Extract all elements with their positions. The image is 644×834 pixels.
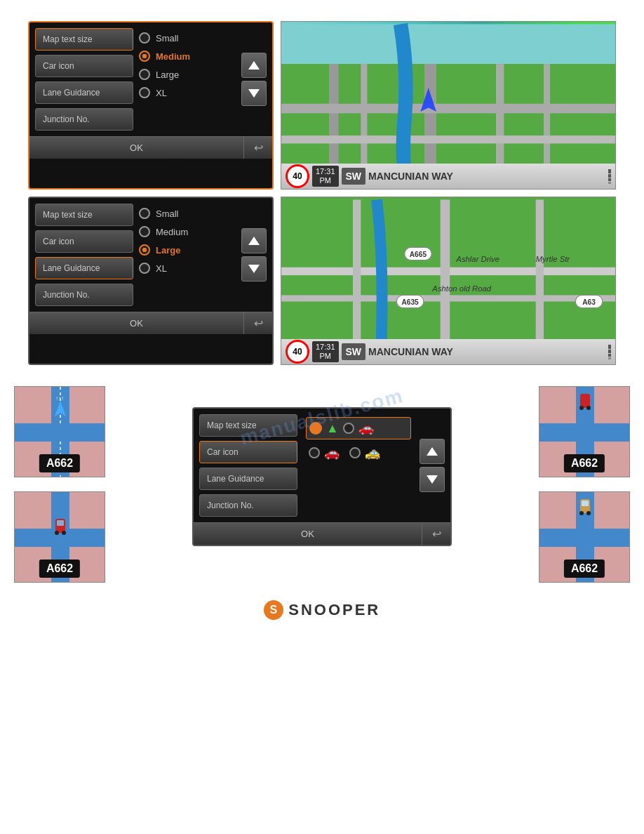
green-arrow-car: ▲ (326, 421, 339, 436)
svg-rect-14 (441, 199, 450, 362)
junction-top-right: A662 (539, 386, 630, 477)
scroll-down-3[interactable] (420, 467, 445, 492)
junc-bg-bl: A662 (15, 492, 105, 582)
panel-label-car-icon-1[interactable]: Car icon (35, 55, 133, 77)
street-name-1: MANCUNIAN WAY (368, 171, 605, 182)
junc-label-bl: A662 (39, 560, 80, 578)
radio-large-1[interactable]: Large (139, 69, 236, 80)
map-bar-1: 40 17:31 PM SW MANCUNIAN WAY (281, 164, 615, 189)
radio-label-medium-2: Medium (156, 227, 188, 237)
panel-label-car-icon-3[interactable]: Car icon (199, 441, 297, 463)
radio-xl-2[interactable]: XL (139, 263, 236, 274)
arrow-up-icon-3 (427, 447, 438, 456)
junc-bg-tl: ↑↑↑ A662 (15, 387, 105, 477)
panel-body-2: Map text size Car icon Lane Guidance Jun… (29, 198, 272, 312)
back-button-3[interactable]: ↩ (422, 523, 450, 545)
radio-yellow-car (349, 447, 361, 458)
arrow-up-icon-2 (248, 237, 260, 245)
svg-rect-57 (539, 423, 630, 442)
panel-left-2: Map text size Car icon Lane Guidance Jun… (35, 204, 133, 306)
svg-point-69 (579, 511, 584, 515)
scroll-buttons-3 (420, 414, 445, 517)
svg-text:Myrtle Str: Myrtle Str (536, 255, 571, 263)
scroll-up-3[interactable] (420, 439, 445, 464)
panel-body-3: Map text size Car icon Lane Guidance Jun… (194, 409, 450, 522)
radio-small-1[interactable]: Small (139, 32, 236, 44)
scroll-buttons-2 (241, 204, 267, 306)
radio-label-large-1: Large (156, 70, 179, 80)
red-car-icon: 🚗 (324, 445, 340, 461)
svg-rect-37 (15, 492, 51, 529)
panel-label-junction-no-3[interactable]: Junction No. (199, 494, 297, 517)
svg-rect-67 (539, 529, 630, 547)
arrow-down-icon-3 (427, 475, 438, 484)
arrow-down-icon-1 (248, 89, 260, 98)
arrow-down-icon-2 (248, 265, 260, 273)
direction-badge-2: SW (342, 343, 366, 360)
radio-label-small-1: Small (156, 33, 179, 44)
svg-rect-0 (281, 24, 615, 64)
radio-label-large-2: Large (156, 245, 180, 256)
svg-rect-53 (594, 387, 630, 423)
svg-text:A665: A665 (410, 251, 427, 258)
ok-button-3[interactable]: OK (194, 523, 422, 545)
panel-label-map-text-size-1[interactable]: Map text size (35, 28, 133, 51)
scroll-down-2[interactable] (241, 256, 267, 282)
radio-xl-1[interactable]: XL (139, 87, 236, 98)
panel-label-junction-no-2[interactable]: Junction No. (35, 284, 133, 306)
radio-circle-large-2 (139, 244, 150, 256)
panel-label-junction-no-1[interactable]: Junction No. (35, 108, 133, 131)
panel-label-car-icon-2[interactable]: Car icon (35, 230, 133, 253)
svg-text:A63: A63 (582, 298, 596, 306)
right-junction-col: A662 A662 (539, 386, 630, 583)
tan-car-icon: 🚗 (358, 421, 374, 436)
radio-circle-small-1 (139, 32, 150, 44)
time-value-1: 17:31 (316, 167, 335, 176)
svg-rect-27 (69, 387, 105, 423)
scroll-up-1[interactable] (241, 53, 267, 78)
radio-circle-medium-1 (139, 51, 150, 62)
panel-label-map-text-size-3[interactable]: Map text size (199, 414, 297, 437)
settings-panel-3: Map text size Car icon Lane Guidance Jun… (192, 407, 452, 546)
ok-button-2[interactable]: OK (29, 312, 244, 334)
radio-label-xl-1: XL (156, 88, 167, 98)
back-button-2[interactable]: ↩ (244, 312, 272, 334)
svg-point-60 (586, 406, 591, 410)
panel-left-3: Map text size Car icon Lane Guidance Jun… (199, 414, 297, 517)
car-icon-grid: ▲ 🚗 🚗 🚕 (303, 414, 414, 517)
top-row: Map text size Car icon Lane Guidance Jun… (0, 0, 644, 197)
radio-medium-2[interactable]: Medium (139, 226, 236, 237)
junc-bg-br: A662 (539, 492, 629, 582)
snooper-logo-container: S SNOOPER (0, 590, 644, 630)
scroll-up-2[interactable] (241, 228, 267, 253)
time-display-2: 17:31 PM (312, 341, 339, 362)
panel-footer-2: OK ↩ (29, 312, 272, 334)
radio-circle-medium-2 (139, 226, 150, 237)
svg-rect-13 (353, 199, 361, 362)
svg-point-44 (55, 531, 59, 535)
radio-small-2[interactable]: Small (139, 208, 236, 219)
junc-bg-tr: A662 (539, 387, 629, 477)
panel-label-lane-guidance-1[interactable]: Lane Guidance (35, 81, 133, 104)
panel-label-lane-guidance-2[interactable]: Lane Guidance (35, 257, 133, 279)
junction-bottom-right: A662 (539, 491, 630, 583)
radio-large-2[interactable]: Large (139, 244, 236, 256)
radio-medium-1[interactable]: Medium (139, 51, 236, 62)
junc-label-br: A662 (564, 560, 605, 578)
panel-label-lane-guidance-3[interactable]: Lane Guidance (199, 468, 297, 490)
radio-circle-xl-2 (139, 263, 150, 274)
signal-icon-2 (608, 345, 611, 359)
back-button-1[interactable]: ↩ (244, 137, 272, 159)
svg-text:↑↑↑: ↑↑↑ (55, 395, 64, 402)
time-display-1: 17:31 PM (312, 166, 339, 187)
scroll-buttons-1 (241, 28, 267, 131)
svg-rect-58 (580, 394, 590, 408)
panel-footer-1: OK ↩ (29, 136, 272, 159)
arrow-up-icon-1 (248, 61, 260, 70)
ok-button-1[interactable]: OK (29, 137, 244, 159)
svg-rect-62 (539, 492, 576, 529)
svg-rect-63 (594, 492, 630, 529)
scroll-down-1[interactable] (241, 81, 267, 106)
panel-label-map-text-size-2[interactable]: Map text size (35, 204, 133, 226)
yellow-car-icon: 🚕 (365, 445, 380, 461)
